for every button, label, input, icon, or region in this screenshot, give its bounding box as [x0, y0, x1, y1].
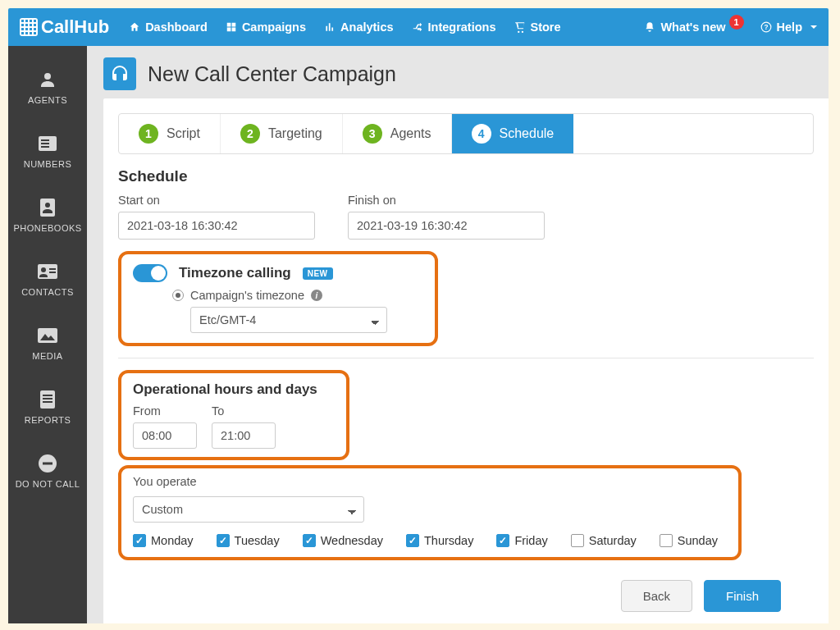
to-label: To [212, 404, 276, 418]
svg-point-8 [45, 203, 50, 208]
addressbook-icon [37, 197, 58, 218]
checkbox-icon [571, 534, 584, 547]
home-icon [129, 21, 140, 33]
checkbox-icon [406, 534, 419, 547]
nav-store[interactable]: Store [514, 21, 561, 34]
shuffle-icon [412, 21, 423, 33]
chart-icon [324, 21, 336, 33]
help-icon: ? [760, 21, 772, 33]
day-friday[interactable]: Friday [496, 534, 547, 547]
svg-rect-6 [41, 146, 49, 148]
phone-card-icon [37, 133, 58, 154]
start-on-label: Start on [118, 194, 315, 207]
sidebar-item-contacts[interactable]: CONTACTS [8, 249, 87, 312]
nav-dashboard[interactable]: Dashboard [129, 21, 208, 34]
page-title: New Call Center Campaign [148, 62, 396, 86]
document-icon [37, 389, 58, 410]
day-monday[interactable]: Monday [133, 534, 194, 547]
headset-icon [110, 64, 130, 84]
wizard-step-schedule[interactable]: 4Schedule [452, 114, 574, 153]
svg-rect-11 [49, 268, 56, 270]
campaign-timezone-radio[interactable] [172, 290, 184, 301]
day-thursday[interactable]: Thursday [406, 534, 473, 547]
wizard-step-targeting[interactable]: 2Targeting [221, 114, 343, 153]
wizard-step-script[interactable]: 1Script [119, 114, 221, 153]
back-button[interactable]: Back [621, 580, 692, 612]
contact-card-icon [37, 261, 58, 282]
timezone-select[interactable]: Etc/GMT-4 [190, 307, 387, 333]
content-area: New Call Center Campaign 1Script 2Target… [87, 46, 829, 623]
from-label: From [133, 404, 197, 418]
svg-point-2 [44, 73, 51, 80]
brand-text: CallHub [41, 16, 109, 38]
svg-point-10 [41, 267, 46, 272]
svg-text:?: ? [764, 24, 768, 31]
nav-help[interactable]: ? Help [760, 21, 817, 34]
finish-on-input[interactable] [348, 212, 545, 240]
sidebar-item-numbers[interactable]: NUMBERS [8, 121, 87, 184]
nav-campaigns[interactable]: Campaigns [226, 21, 306, 34]
sidebar: AGENTS NUMBERS PHONEBOOKS CONTACTS MEDIA… [8, 46, 87, 623]
checkbox-icon [496, 534, 509, 547]
headset-icon-button[interactable] [103, 57, 136, 90]
from-time-input[interactable] [133, 422, 197, 449]
day-wednesday[interactable]: Wednesday [303, 534, 383, 547]
cart-icon [514, 21, 526, 33]
finish-button[interactable]: Finish [704, 580, 781, 612]
bell-icon [644, 21, 655, 33]
operate-select[interactable]: Custom [133, 496, 364, 523]
new-badge: NEW [303, 267, 333, 280]
sidebar-item-reports[interactable]: REPORTS [8, 377, 87, 440]
logo-icon [20, 18, 38, 36]
brand-logo[interactable]: CallHub [20, 16, 109, 38]
person-icon [37, 69, 58, 90]
timezone-toggle[interactable] [133, 264, 167, 282]
checkbox-icon [660, 534, 673, 547]
svg-rect-5 [41, 143, 49, 144]
image-icon [37, 325, 58, 346]
timezone-title: Timezone calling [179, 265, 291, 281]
schedule-heading: Schedule [118, 167, 814, 185]
operational-hours-box: Operational hours and days From To [118, 370, 349, 460]
svg-rect-13 [38, 328, 57, 343]
operational-heading: Operational hours and days [133, 381, 335, 398]
divider [118, 358, 814, 358]
svg-rect-20 [43, 463, 52, 465]
minus-circle-icon [37, 453, 58, 474]
checkbox-icon [217, 534, 230, 547]
sidebar-item-agents[interactable]: AGENTS [8, 57, 87, 120]
sidebar-item-phonebooks[interactable]: PHONEBOOKS [8, 185, 87, 248]
topbar: CallHub Dashboard Campaigns Analytics In… [8, 8, 829, 46]
to-time-input[interactable] [212, 422, 276, 449]
svg-rect-16 [43, 395, 52, 396]
svg-rect-12 [49, 272, 56, 273]
nav-analytics[interactable]: Analytics [324, 21, 393, 34]
grid-icon [226, 21, 237, 33]
wizard-step-agents[interactable]: 3Agents [343, 114, 452, 153]
svg-rect-17 [43, 398, 52, 399]
finish-on-label: Finish on [348, 194, 545, 207]
checkbox-icon [303, 534, 316, 547]
campaign-timezone-label: Campaign's timezone [190, 289, 304, 302]
you-operate-label: You operate [133, 475, 727, 488]
nav-whatsnew[interactable]: What's new 1 [644, 21, 743, 34]
start-on-input[interactable] [118, 212, 315, 240]
day-saturday[interactable]: Saturday [571, 534, 637, 547]
info-icon[interactable]: i [311, 290, 322, 301]
sidebar-item-media[interactable]: MEDIA [8, 313, 87, 376]
nav-integrations[interactable]: Integrations [412, 21, 496, 34]
operate-days-box: You operate Custom Monday Tuesday Wednes… [118, 465, 742, 560]
checkbox-icon [133, 534, 146, 547]
wizard-steps: 1Script 2Targeting 3Agents 4Schedule [118, 113, 814, 154]
sidebar-item-donotcall[interactable]: DO NOT CALL [8, 441, 87, 504]
svg-rect-18 [43, 401, 52, 403]
timezone-calling-box: Timezone calling NEW Campaign's timezone… [118, 251, 438, 346]
day-tuesday[interactable]: Tuesday [217, 534, 280, 547]
day-sunday[interactable]: Sunday [660, 534, 718, 547]
whatsnew-badge: 1 [729, 15, 744, 30]
svg-rect-4 [41, 139, 49, 141]
